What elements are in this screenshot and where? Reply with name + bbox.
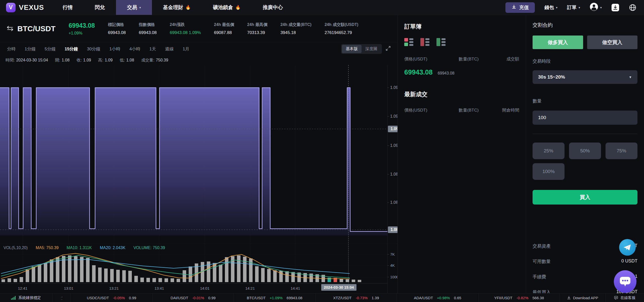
status-tickers: USDC/USDT-0.05%0.99DAI/USDT-0.01%0.99BTC… — [71, 293, 560, 302]
brand[interactable]: V VEXUS — [0, 0, 52, 15]
timeframe-15分鐘[interactable]: 15分鐘 — [60, 46, 83, 52]
nav-item-基金理財[interactable]: 基金理財🔥 — [152, 0, 202, 15]
timeframe-1月[interactable]: 1月 — [178, 46, 194, 52]
status-ticker-DAI/USDT[interactable]: DAI/USDT-0.01%0.99 — [152, 293, 234, 302]
short-buy-button[interactable]: 做空買入 — [587, 36, 638, 49]
swap-pair-icon — [7, 24, 14, 33]
stat-value: 69943.08 — [108, 30, 126, 35]
download-app-text: Download APP — [573, 296, 598, 300]
asset-row: 可用數量 0 USDT — [533, 258, 637, 264]
online-support-link[interactable]: 在線客服 — [605, 293, 644, 302]
ticker-pair: ADA/USDT — [414, 296, 433, 300]
online-support-text: 在線客服 — [620, 295, 635, 300]
svg-text:12:41: 12:41 — [18, 286, 27, 290]
status-ticker-BTC/USDT[interactable]: BTC/USDT+1.09%69943.08 — [234, 293, 315, 302]
nav-item-交易[interactable]: 交易▾ — [116, 0, 152, 15]
status-ticker-XTZ/USDT[interactable]: XTZ/USDT-0.73%1.39 — [315, 293, 397, 302]
orderbook-view-bids-icon[interactable] — [436, 38, 446, 47]
trades-header-price: 價格(USDT) — [404, 107, 450, 113]
ticker-scroll-toggle[interactable]: → ← — [53, 293, 71, 302]
chat-icon — [614, 296, 618, 300]
download-app-button[interactable] — [611, 4, 619, 12]
status-ticker-YFII/USDT[interactable]: YFII/USDT-0.82%566.38 — [478, 293, 560, 302]
svg-text:13:21: 13:21 — [109, 286, 119, 290]
status-ticker-USDC/USDT[interactable]: USDC/USDT-0.05%0.99 — [71, 293, 152, 302]
svg-text:13:41: 13:41 — [154, 286, 164, 290]
stat-extra: 1.09% — [189, 30, 201, 35]
percent-75-button[interactable]: 75% — [606, 143, 637, 159]
top-navbar: V VEXUS 行情閃兌交易▾基金理財🔥礦池鎖倉🔥推廣中心 充值 錢包 ▾ 訂單… — [0, 0, 644, 15]
orderbook-view-asks-icon[interactable] — [420, 38, 429, 47]
buy-button[interactable]: 買入 — [533, 190, 637, 205]
timeframe-1小時[interactable]: 1小時 — [105, 46, 125, 52]
chart-canvas[interactable]: 12:4113:0113:2113:4114:0114:2114:412024-… — [0, 65, 397, 293]
customer-chat-float-button[interactable] — [614, 270, 636, 293]
session-select[interactable]: 30s 15~20% ▼ — [533, 70, 637, 84]
ticker-change: +0.98% — [437, 296, 450, 300]
orderbook-view-both-icon[interactable] — [404, 38, 413, 47]
timeframe-4小時[interactable]: 4小時 — [125, 46, 145, 52]
download-app-link[interactable]: Download APP — [560, 293, 605, 302]
fullscreen-icon[interactable] — [385, 46, 391, 52]
timeframe-30分鐘[interactable]: 30分鐘 — [83, 46, 105, 52]
orders-label: 訂單 — [567, 4, 577, 11]
price-chart[interactable]: 12:4113:0113:2113:4114:0114:2114:412024-… — [0, 65, 397, 293]
chevron-down-icon: ▾ — [579, 6, 580, 9]
nav-item-閃兌[interactable]: 閃兌 — [84, 0, 116, 15]
svg-text:1.09: 1.09 — [390, 143, 397, 148]
quantity-input[interactable] — [533, 111, 637, 125]
nav-item-label: 閃兌 — [95, 4, 105, 11]
pair-selector[interactable]: BTC/USDT — [7, 24, 56, 33]
mode-depth-tab[interactable]: 深度圖 — [361, 45, 381, 53]
ticker-pair: YFII/USDT — [494, 296, 512, 300]
ticker-change: -0.01% — [192, 296, 204, 300]
latest-trades-title: 最新成交 — [404, 90, 519, 98]
ticker-price: 0.99 — [208, 296, 216, 300]
timeframe-週線[interactable]: 週線 — [160, 46, 178, 52]
account-menu[interactable]: ▾ — [590, 3, 602, 12]
orderbook-index-price: 69943.08 — [438, 71, 455, 76]
stat-label: 標記價格 — [108, 22, 126, 27]
mode-basic-tab[interactable]: 基本版 — [342, 45, 361, 53]
svg-text:1.09: 1.09 — [390, 85, 397, 90]
percent-25-button[interactable]: 25% — [533, 143, 565, 159]
chat-bubble-icon — [619, 276, 631, 287]
percent-50-button[interactable]: 50% — [569, 143, 601, 159]
timeframe-5分鐘[interactable]: 5分鐘 — [40, 46, 60, 52]
orderbook-panel: 訂單簿 — [397, 15, 526, 302]
timeframe-1分鐘[interactable]: 1分鐘 — [20, 46, 40, 52]
stat-label: 24h 成交額(USDT) — [325, 22, 358, 27]
side-buttons: 做多買入 做空買入 — [533, 36, 637, 49]
nav-item-礦池鎖倉[interactable]: 礦池鎖倉🔥 — [202, 0, 252, 15]
ticker-change: -0.05% — [113, 296, 125, 300]
wallet-menu[interactable]: 錢包 ▾ — [544, 4, 557, 11]
session-selected-value: 30s 15~20% — [538, 74, 565, 80]
recharge-label: 充值 — [519, 4, 529, 11]
timeframe-tabs: 分時1分鐘5分鐘15分鐘30分鐘1小時4小時1天週線1月 基本版 深度圖 — [0, 42, 397, 55]
chevron-down-icon: ▾ — [556, 6, 557, 9]
connection-status-text: 系統鏈接穩定 — [18, 295, 41, 300]
status-ticker-ADA/USDT[interactable]: ADA/USDT+0.98%0.65 — [397, 293, 478, 302]
ticker-change: -0.82% — [516, 296, 529, 300]
stat-label: 24h 成交量(BTC) — [280, 22, 312, 27]
orders-menu[interactable]: 訂單 ▾ — [567, 4, 580, 11]
nav-item-推廣中心[interactable]: 推廣中心 — [252, 0, 294, 15]
connection-status: 系統鏈接穩定 — [0, 293, 53, 302]
language-globe-button[interactable] — [629, 4, 636, 11]
percent-100-button[interactable]: 100% — [533, 163, 565, 180]
long-buy-button[interactable]: 做多買入 — [533, 36, 583, 49]
svg-text:14:41: 14:41 — [291, 286, 300, 290]
telegram-float-button[interactable] — [619, 239, 636, 256]
nav-item-行情[interactable]: 行情 — [52, 0, 84, 15]
timeframe-1天[interactable]: 1天 — [145, 46, 160, 52]
download-icon — [567, 296, 571, 300]
ohlc-info-value: 1.09 — [83, 58, 91, 62]
trades-header-amount: 數量(BTC) — [450, 107, 487, 113]
ohlc-info-item: 成交量:750.39 — [141, 58, 168, 63]
ticker-change: +1.09% — [270, 296, 283, 300]
recharge-button[interactable]: 充值 — [505, 2, 535, 13]
svg-text:14:21: 14:21 — [245, 286, 255, 290]
timeframe-分時[interactable]: 分時 — [3, 46, 20, 52]
nav-item-label: 交易 — [127, 4, 137, 11]
ohlc-info-item: 收:1.09 — [76, 58, 91, 63]
